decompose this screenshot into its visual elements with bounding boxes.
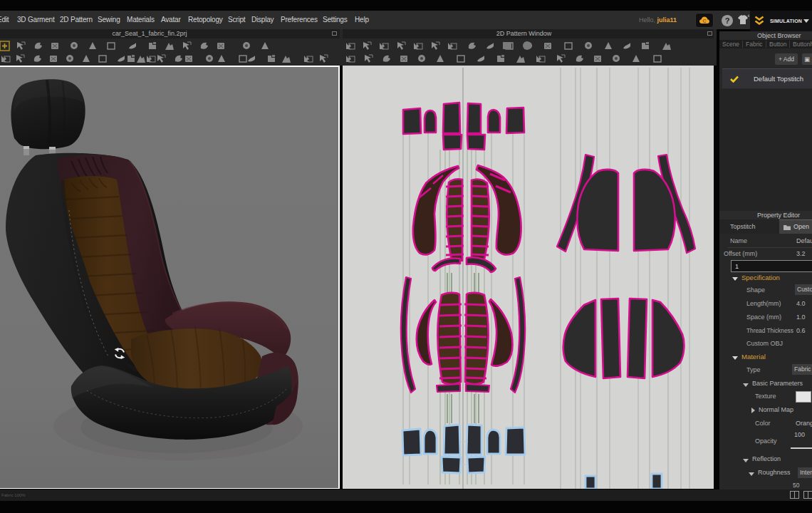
svg-text:C: C — [702, 19, 706, 24]
svg-text:+: + — [747, 14, 749, 19]
